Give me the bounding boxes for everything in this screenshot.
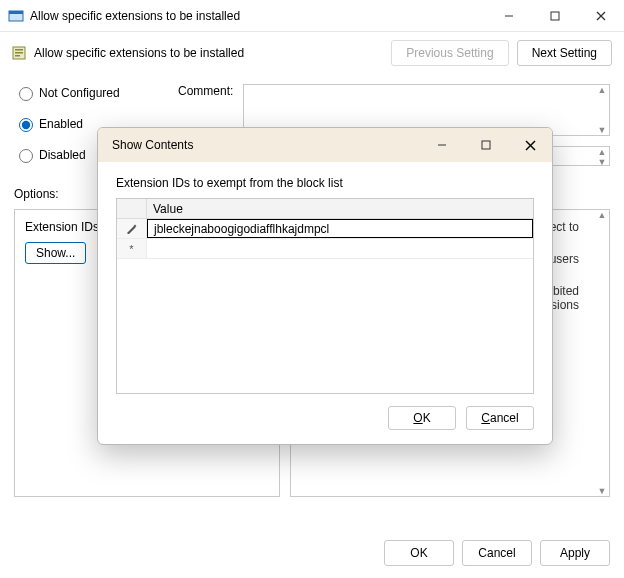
svg-rect-11 bbox=[482, 141, 490, 149]
previous-setting-button[interactable]: Previous Setting bbox=[391, 40, 508, 66]
dialog-title: Show Contents bbox=[112, 138, 193, 152]
dialog-close-button[interactable] bbox=[508, 128, 552, 162]
svg-rect-9 bbox=[15, 55, 20, 57]
dialog-grid[interactable]: Value jbleckejnaboogigodiafflhkajdmpcl * bbox=[116, 198, 534, 394]
window-titlebar: Allow specific extensions to be installe… bbox=[0, 0, 624, 32]
comment-label: Comment: bbox=[178, 84, 233, 98]
grid-row-0-value[interactable]: jbleckejnaboogigodiafflhkajdmpcl bbox=[147, 219, 533, 238]
grid-header-value: Value bbox=[147, 199, 533, 218]
window-icon bbox=[8, 8, 24, 24]
svg-rect-3 bbox=[551, 12, 559, 20]
supported-scrollbar[interactable]: ▲▼ bbox=[595, 147, 609, 165]
policy-header: Allow specific extensions to be installe… bbox=[0, 32, 624, 72]
radio-disabled-label: Disabled bbox=[39, 148, 86, 162]
grid-header-marker bbox=[117, 199, 147, 218]
comment-scrollbar[interactable]: ▲▼ bbox=[595, 85, 609, 135]
ok-button[interactable]: OK bbox=[384, 540, 454, 566]
window-title: Allow specific extensions to be installe… bbox=[30, 9, 240, 23]
policy-icon bbox=[12, 45, 28, 61]
show-contents-dialog: Show Contents Extension IDs to exempt fr… bbox=[97, 127, 553, 445]
cancel-button[interactable]: Cancel bbox=[462, 540, 532, 566]
dialog-cancel-button[interactable]: Cancel bbox=[466, 406, 534, 430]
dialog-maximize-button[interactable] bbox=[464, 128, 508, 162]
help-scrollbar[interactable]: ▲▼ bbox=[595, 210, 609, 496]
grid-row-0[interactable]: jbleckejnaboogigodiafflhkajdmpcl bbox=[117, 219, 533, 239]
policy-title: Allow specific extensions to be installe… bbox=[34, 46, 244, 60]
svg-rect-1 bbox=[9, 11, 23, 14]
radio-disabled-input[interactable] bbox=[19, 149, 33, 163]
minimize-button[interactable] bbox=[486, 0, 532, 32]
radio-not-configured-input[interactable] bbox=[19, 87, 33, 101]
radio-enabled-label: Enabled bbox=[39, 117, 83, 131]
close-button[interactable] bbox=[578, 0, 624, 32]
radio-not-configured[interactable]: Not Configured bbox=[14, 84, 164, 101]
radio-enabled-input[interactable] bbox=[19, 118, 33, 132]
dialog-minimize-button[interactable] bbox=[420, 128, 464, 162]
dialog-subheading: Extension IDs to exempt from the block l… bbox=[98, 162, 552, 198]
grid-row-1[interactable]: * bbox=[117, 239, 533, 259]
dialog-titlebar: Show Contents bbox=[98, 128, 552, 162]
show-button[interactable]: Show... bbox=[25, 242, 86, 264]
maximize-button[interactable] bbox=[532, 0, 578, 32]
apply-button[interactable]: Apply bbox=[540, 540, 610, 566]
grid-row-1-marker: * bbox=[117, 239, 147, 258]
pencil-icon bbox=[126, 223, 137, 234]
grid-row-0-marker bbox=[117, 219, 147, 238]
dialog-ok-button[interactable]: OK bbox=[388, 406, 456, 430]
svg-rect-8 bbox=[15, 52, 23, 54]
grid-header-row: Value bbox=[117, 199, 533, 219]
svg-rect-7 bbox=[15, 49, 23, 51]
next-setting-button[interactable]: Next Setting bbox=[517, 40, 612, 66]
grid-row-1-value[interactable] bbox=[147, 239, 533, 258]
radio-not-configured-label: Not Configured bbox=[39, 86, 120, 100]
